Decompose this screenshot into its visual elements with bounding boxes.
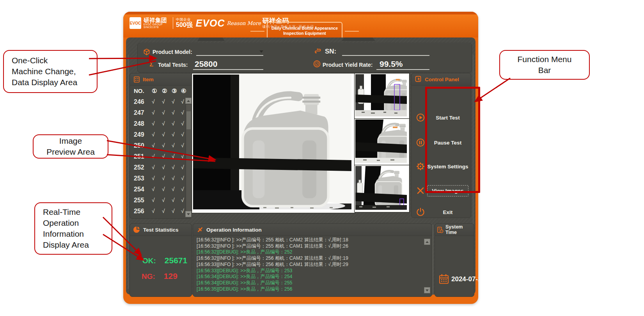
app-title-line2: Inspection Equipment (283, 31, 326, 36)
deco-divider (432, 225, 433, 295)
item-panel: Item NO. ① ② ③ ④ 246 √ √ √ √ 247 √ (130, 73, 192, 219)
deco-tab (197, 37, 225, 41)
thumbnail-cam-3[interactable] (355, 165, 409, 212)
exit-button[interactable]: Exit (414, 205, 468, 219)
doc-clock-icon (437, 227, 444, 233)
col-3: ③ (172, 87, 177, 95)
item-panel-header: Item (130, 73, 192, 86)
ok-value: 25671 (165, 256, 187, 265)
ok-label: OK: (142, 257, 156, 265)
page: { "colors": { "accent_orange": "#ED6A1A"… (0, 0, 644, 316)
table-row[interactable]: 249 √ √ √ √ (130, 131, 185, 141)
log-line: [16:56:32][INFO ]: >>产品编号：255 相机：CAM2 算法… (197, 237, 422, 243)
yield-underline (376, 60, 429, 70)
test-statistics-header: Test Statistics (130, 224, 192, 236)
log-scroll-up-button[interactable] (424, 239, 430, 245)
system-time-panel: System Time 2024-07-23 (435, 223, 474, 297)
operation-information-header: Operation Information (193, 224, 432, 236)
callout-image-preview: Image Preview Area (33, 134, 108, 159)
item-scroll-down-button[interactable] (185, 211, 192, 217)
total-tests-underline (193, 60, 263, 70)
item-panel-title: Item (143, 77, 154, 82)
product-model-icon (143, 48, 150, 55)
control-panel-icon (415, 76, 422, 83)
total-tests-icon: Σ (149, 61, 153, 68)
callout-machine-change: One-Click Machine Change, Data Display A… (3, 50, 98, 93)
table-row[interactable]: 252 √ √ √ √ (130, 164, 185, 173)
sn-label: SN: (325, 48, 336, 55)
crossed-tools-icon (197, 226, 204, 233)
system-time-title: System Time (445, 224, 474, 235)
bottle-photo (193, 75, 351, 209)
exit-icon (414, 207, 427, 217)
control-panel-title: Control Panel (425, 77, 459, 82)
table-row[interactable]: 253 √ √ √ √ (130, 175, 185, 184)
app-title-line1: Daily Chemical Bottle Appearance (271, 26, 338, 31)
item-checklist-icon (133, 76, 140, 83)
evoc-logo-icon: EVOC (130, 17, 141, 29)
col-1: ① (152, 87, 157, 95)
thumbnail-cam-1[interactable] (355, 73, 409, 119)
sn-icon (314, 48, 322, 55)
table-row[interactable]: 251 √ √ √ √ (130, 153, 185, 162)
item-scrollbar-thumb[interactable] (186, 111, 191, 130)
product-model-label: Product Model: (153, 49, 192, 55)
log-line: [16:56:35][DEBUG]: >>良品，产品编号：256 (197, 286, 422, 293)
deco-line (128, 55, 129, 289)
arrow-down-icon (187, 213, 190, 215)
total-tests-label: Total Tests: (158, 62, 188, 68)
evoc-wordmark: EVOC (196, 18, 225, 29)
logo-since: SINCE1978 (144, 26, 167, 29)
thumbnail-cam-2[interactable] (355, 119, 409, 165)
log-line: [16:56:34][DEBUG]: >>良品，产品编号：254 (197, 274, 422, 280)
col-no: NO. (134, 87, 144, 94)
log-line: [16:56:32][INFO ]: >>产品编号：255 相机：CAM1 算法… (197, 243, 422, 250)
data-display-panel: Product Model: Σ Total Tests: 25800 SN: … (137, 43, 472, 73)
ng-label: NG: (142, 272, 155, 280)
app-header: EVOC 研祥集团 EVOC GROUP SINCE1978 中国企业 500强… (123, 12, 478, 37)
deco-tab (342, 37, 375, 41)
system-date: 2024-07-23 (451, 275, 478, 283)
yield-label: Product Yield Rate: (323, 62, 373, 68)
table-row[interactable]: 246 √ √ √ √ (130, 98, 185, 108)
test-statistics-title: Test Statistics (143, 227, 179, 233)
logo-enterprise-500: 500强 (176, 22, 193, 28)
table-row[interactable]: 250 √ √ √ √ (130, 142, 185, 152)
log-line: [16:56:32][DEBUG]: >>良品，产品编号：252 (197, 249, 422, 255)
arrow-down-icon (426, 289, 429, 291)
table-row[interactable]: 247 √ √ √ √ (130, 109, 185, 119)
calendar-icon (439, 274, 449, 284)
function-menu-highlight-rect (425, 87, 480, 193)
ng-value: 129 (164, 271, 177, 280)
table-row[interactable]: 255 √ √ √ √ (130, 197, 185, 206)
logo-script: Reason More (227, 20, 261, 26)
main-image-preview (192, 73, 355, 213)
arrow-up-icon (426, 241, 429, 243)
log-line: [16:56:34][DEBUG]: >>良品，产品编号：255 (197, 280, 422, 286)
ok-stat: OK:25671 (142, 256, 187, 265)
log-scroll-down-button[interactable] (424, 287, 430, 293)
operation-information-panel: Operation Information [16:56:32][INFO ]:… (193, 223, 432, 297)
operation-information-title: Operation Information (206, 227, 262, 233)
callout-function-menu: Function Menu Bar (499, 50, 590, 80)
pie-chart-icon (133, 226, 140, 233)
col-4: ④ (181, 87, 186, 95)
logo-divider (173, 17, 173, 29)
log-output[interactable]: [16:56:32][INFO ]: >>产品编号：255 相机：CAM2 算法… (197, 237, 422, 293)
col-2: ② (162, 87, 167, 95)
control-panel-header: Control Panel (412, 73, 471, 86)
table-row[interactable]: 248 √ √ √ √ (130, 120, 185, 130)
table-row[interactable]: 254 √ √ √ √ (130, 186, 185, 195)
log-line: [16:56:32][INFO ]: >>产品编号：256 相机：CAM2 算法… (197, 255, 422, 262)
log-line: [16:56:33][DEBUG]: >>良品，产品编号：253 (197, 268, 422, 274)
log-line: [16:56:33][INFO ]: >>产品编号：256 相机：CAM1 算法… (197, 262, 422, 268)
chevron-down-icon[interactable] (259, 50, 263, 53)
callout-operation-info: Real-Time Operation Information Display … (34, 202, 112, 255)
logo-group-cn: 研祥集团 (144, 17, 167, 23)
arrow-up-icon (187, 100, 190, 102)
item-scroll-up-button[interactable] (185, 98, 192, 104)
table-row[interactable]: 256 √ √ √ √ (130, 208, 185, 217)
ng-stat: NG:129 (142, 271, 177, 281)
yield-icon (313, 60, 321, 68)
system-time-header: System Time (435, 224, 474, 236)
